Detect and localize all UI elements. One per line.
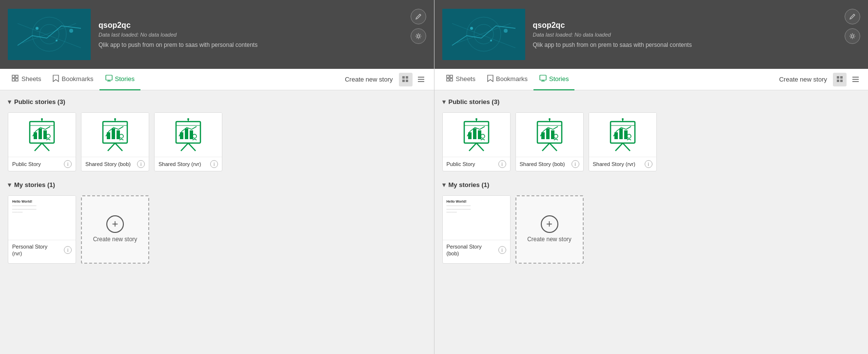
svg-line-33 bbox=[108, 143, 115, 151]
grid-view-button[interactable] bbox=[399, 73, 413, 86]
tab-stories[interactable]: Stories bbox=[99, 69, 140, 90]
data-loaded-label: Data last loaded: No data loaded bbox=[99, 32, 426, 38]
story-card-name: Shared Story (rvr) bbox=[593, 161, 643, 167]
grid-view-button[interactable] bbox=[833, 73, 847, 86]
create-new-story-label: Create new story bbox=[527, 236, 572, 244]
app-info: qsop2qcData last loaded: No data loadedQ… bbox=[99, 21, 426, 48]
svg-rect-72 bbox=[840, 80, 843, 82]
plus-circle-icon: + bbox=[106, 215, 124, 233]
story-card-name: Shared Story (bob) bbox=[520, 161, 570, 167]
personal-story-thumbnail: Hello World!────────────────────────────… bbox=[8, 196, 76, 240]
story-info-icon[interactable]: i bbox=[210, 160, 218, 168]
story-card[interactable]: Public Storyi bbox=[442, 112, 511, 171]
settings-icon-button[interactable] bbox=[411, 28, 426, 44]
tab-stories-icon bbox=[105, 75, 113, 83]
personal-story-info-icon[interactable]: i bbox=[498, 246, 506, 254]
create-story-header-button[interactable]: Create new story bbox=[345, 76, 393, 83]
story-info-icon[interactable]: i bbox=[498, 160, 506, 168]
story-card[interactable]: Shared Story (bob)i bbox=[515, 112, 584, 171]
svg-rect-101 bbox=[624, 130, 628, 139]
list-view-button[interactable] bbox=[848, 73, 862, 86]
create-story-header-button[interactable]: Create new story bbox=[779, 76, 827, 83]
svg-rect-38 bbox=[117, 130, 120, 139]
edit-icon-button[interactable] bbox=[845, 9, 860, 24]
settings-icon-button[interactable] bbox=[845, 28, 860, 44]
app-info: qsop2qcData last loaded: No data loadedQ… bbox=[533, 21, 861, 48]
tab-bookmarks[interactable]: Bookmarks bbox=[47, 69, 99, 90]
svg-point-95 bbox=[549, 118, 551, 120]
svg-rect-18 bbox=[402, 80, 405, 82]
story-info-icon[interactable]: i bbox=[137, 160, 145, 168]
tab-sheets-icon bbox=[446, 75, 454, 83]
content-area: ▾Public stories (3) Public Storyi bbox=[434, 90, 868, 354]
panel-left: qsop2qcData last loaded: No data loadedQ… bbox=[0, 0, 434, 354]
story-card[interactable]: Shared Story (rvr)i bbox=[154, 112, 222, 171]
personal-story-info-icon[interactable]: i bbox=[64, 246, 72, 254]
svg-rect-90 bbox=[546, 128, 550, 139]
public-stories-grid: Public Storyi Shared Story (bob)i bbox=[8, 112, 426, 171]
svg-rect-63 bbox=[450, 75, 453, 78]
app-name: qsop2qc bbox=[533, 21, 861, 30]
story-card[interactable]: Shared Story (rvr)i bbox=[589, 112, 657, 171]
story-info-icon[interactable]: i bbox=[645, 160, 652, 168]
my-stories-grid: Hello World!────────────────────────────… bbox=[8, 195, 426, 264]
my-stories-grid: Hello World!────────────────────────────… bbox=[442, 195, 861, 264]
app-thumbnail bbox=[442, 9, 525, 60]
svg-line-77 bbox=[476, 143, 484, 151]
svg-rect-91 bbox=[551, 130, 554, 139]
public-stories-label: Public stories (3) bbox=[449, 98, 500, 105]
chevron-down-icon: ▾ bbox=[442, 98, 446, 105]
personal-story-card[interactable]: Hello World!────────────────────────────… bbox=[8, 195, 76, 264]
panel-right: qsop2qcData last loaded: No data loadedQ… bbox=[434, 0, 868, 354]
svg-rect-71 bbox=[837, 80, 839, 82]
my-stories-section: ▾My stories (1)Hello World!─────────────… bbox=[442, 181, 861, 264]
story-card-name: Public Story bbox=[12, 161, 62, 167]
chevron-down-icon: ▾ bbox=[8, 181, 11, 188]
my-stories-label: My stories (1) bbox=[14, 181, 55, 188]
create-new-story-card[interactable]: +Create new story bbox=[81, 195, 149, 264]
svg-point-60 bbox=[504, 29, 508, 33]
tab-sheets[interactable]: Sheets bbox=[6, 69, 47, 90]
tab-stories-label: Stories bbox=[549, 75, 569, 83]
svg-rect-65 bbox=[450, 79, 453, 81]
svg-point-7 bbox=[69, 29, 73, 33]
story-card[interactable]: Shared Story (bob)i bbox=[81, 112, 149, 171]
chevron-down-icon: ▾ bbox=[8, 98, 11, 105]
personal-story-card[interactable]: Hello World!────────────────────────────… bbox=[442, 195, 511, 264]
svg-point-5 bbox=[36, 27, 39, 30]
app-header: qsop2qcData last loaded: No data loadedQ… bbox=[0, 0, 434, 69]
story-info-icon[interactable]: i bbox=[64, 160, 72, 168]
svg-point-105 bbox=[622, 118, 624, 120]
story-card-thumbnail bbox=[516, 113, 583, 157]
my-stories-header: ▾My stories (1) bbox=[442, 181, 861, 188]
svg-rect-16 bbox=[402, 76, 405, 79]
public-stories-grid: Public Storyi Shared Story (bob)i bbox=[442, 112, 861, 171]
view-toggle-icons bbox=[833, 73, 862, 86]
svg-rect-0 bbox=[8, 9, 91, 60]
svg-point-32 bbox=[41, 118, 43, 120]
svg-rect-62 bbox=[447, 75, 449, 78]
story-card-footer: Shared Story (bob)i bbox=[81, 157, 149, 171]
svg-rect-81 bbox=[478, 130, 481, 139]
personal-story-name: Personal Story (rvr) bbox=[12, 243, 62, 257]
svg-point-59 bbox=[490, 40, 492, 42]
story-card-thumbnail bbox=[589, 113, 656, 157]
story-card-footer: Shared Story (rvr)i bbox=[155, 157, 222, 171]
edit-icon-button[interactable] bbox=[411, 9, 426, 24]
personal-story-name: Personal Story (bob) bbox=[447, 243, 496, 257]
plus-circle-icon: + bbox=[541, 215, 558, 233]
story-info-icon[interactable]: i bbox=[572, 160, 579, 168]
tab-stories[interactable]: Stories bbox=[533, 69, 574, 90]
story-card-name: Public Story bbox=[447, 161, 496, 167]
tab-bookmarks[interactable]: Bookmarks bbox=[481, 69, 533, 90]
create-new-story-card[interactable]: +Create new story bbox=[515, 195, 584, 264]
story-card[interactable]: Public Storyi bbox=[8, 112, 76, 171]
svg-line-43 bbox=[181, 143, 188, 151]
tab-sheets[interactable]: Sheets bbox=[440, 69, 481, 90]
svg-rect-27 bbox=[39, 128, 42, 139]
svg-rect-37 bbox=[112, 128, 115, 139]
list-view-button[interactable] bbox=[414, 73, 428, 86]
tab-stories-icon bbox=[539, 75, 547, 83]
svg-rect-53 bbox=[442, 9, 525, 60]
svg-rect-13 bbox=[106, 75, 112, 80]
